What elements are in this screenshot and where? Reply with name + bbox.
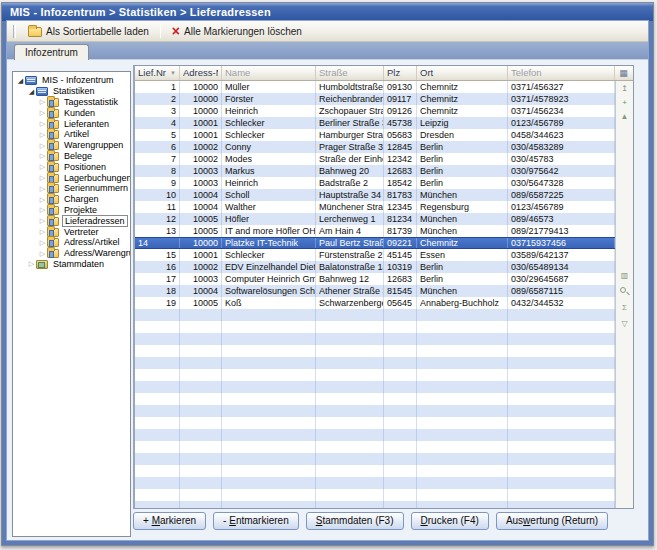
tree-item-label: Adress/Artikel xyxy=(62,237,122,247)
collapsed-arrow-icon[interactable]: ▷ xyxy=(38,173,47,182)
collapsed-arrow-icon[interactable]: ▷ xyxy=(38,108,47,117)
tree-item-tagesstatistik[interactable]: ▷Tagesstatistik xyxy=(13,97,130,108)
tab-infozentrum[interactable]: Infozentrum xyxy=(14,44,89,60)
collapsed-arrow-icon[interactable]: ▷ xyxy=(38,238,47,247)
side-strip[interactable]: ↥+▲▥Σ▽ xyxy=(615,81,633,508)
table-cell: Badstraße 2 xyxy=(316,177,384,189)
main-area: ◢MIS - Infozentrum◢Statistiken▷Tagesstat… xyxy=(7,60,648,540)
collapsed-arrow-icon[interactable]: ▷ xyxy=(38,195,47,204)
tree-item-lagerbuchungen[interactable]: ▷Lagerbuchungen xyxy=(13,172,130,183)
tree-item-mis-infozentrum[interactable]: ◢MIS - Infozentrum xyxy=(13,75,130,86)
table-row[interactable]: 810003MarkusBahnweg 2012683Berlin030/975… xyxy=(135,165,615,177)
table-row[interactable]: 1910005KoßSchwarzenberger Straße05645Ann… xyxy=(135,297,615,309)
auswertung-return--button[interactable]: Auswertung (Return) xyxy=(496,512,608,530)
header-cell-plz[interactable]: Plz xyxy=(384,66,417,80)
search-icon[interactable] xyxy=(620,287,626,293)
tree-item-artikel[interactable]: ▷Artikel xyxy=(13,129,130,140)
toolbar-button-als-sortiertabelle-laden[interactable]: Als Sortiertabelle laden xyxy=(22,23,155,40)
filter-icon[interactable]: ▽ xyxy=(616,319,633,328)
empty-row xyxy=(135,465,615,477)
header-cell-name[interactable]: Name xyxy=(222,66,316,80)
tree-item-warengruppen[interactable]: ▷Warengruppen xyxy=(13,140,130,151)
table-row[interactable]: 1010004SchollHauptstraße 3481783München0… xyxy=(135,189,615,201)
collapsed-arrow-icon[interactable]: ▷ xyxy=(38,205,47,214)
scroll-up-icon[interactable]: ▲ xyxy=(616,112,633,121)
table-cell xyxy=(135,321,180,333)
expanded-arrow-icon[interactable]: ◢ xyxy=(16,76,25,85)
collapsed-arrow-icon[interactable]: ▷ xyxy=(38,130,47,139)
tree-item-seriennummern[interactable]: ▷Seriennummern xyxy=(13,183,130,194)
table-row[interactable]: 1210005HöflerLerchenweg 181234München089… xyxy=(135,213,615,225)
table-row[interactable]: 410001SchleckerBerliner Straße 3445738Le… xyxy=(135,117,615,129)
table-cell xyxy=(180,489,222,501)
collapsed-arrow-icon[interactable]: ▷ xyxy=(38,216,47,225)
toolbar-grip-icon[interactable] xyxy=(13,25,16,38)
table-row[interactable]: 1810004Softwarelösungen Scholl GmbAthene… xyxy=(135,285,615,297)
table-row[interactable]: 210000FörsterReichenbranderstraße 309117… xyxy=(135,93,615,105)
tree-item-chargen[interactable]: ▷Chargen xyxy=(13,194,130,205)
table-row[interactable]: 1510001SchleckerFürstenstraße 2745145Ess… xyxy=(135,249,615,261)
table-cell xyxy=(135,405,180,417)
collapsed-arrow-icon[interactable]: ▷ xyxy=(38,97,47,106)
tree-item-belege[interactable]: ▷Belege xyxy=(13,151,130,162)
collapsed-arrow-icon[interactable]: ▷ xyxy=(38,141,47,150)
table-cell xyxy=(180,441,222,453)
table-row[interactable]: 1710003Computer Heinrich GmbHBahnweg 121… xyxy=(135,273,615,285)
collapsed-arrow-icon[interactable]: ▷ xyxy=(27,259,36,268)
header-cell-ort[interactable]: Ort xyxy=(417,66,508,80)
insert-row-icon[interactable]: + xyxy=(616,98,633,107)
tree-item-positionen[interactable]: ▷Positionen xyxy=(13,161,130,172)
table-row[interactable]: 1310005IT and more Höfler OHGAm Hain 481… xyxy=(135,225,615,237)
table-row[interactable]: 510001SchleckerHamburger Straße05683Dres… xyxy=(135,129,615,141)
collapsed-arrow-icon[interactable]: ▷ xyxy=(38,184,47,193)
table-row[interactable]: 910003HeinrichBadstraße 218542Berlin030/… xyxy=(135,177,615,189)
table-row[interactable]: 1110004WaltherMünchener Straße 2312345Re… xyxy=(135,201,615,213)
table-cell: Softwarelösungen Scholl Gmb xyxy=(222,285,316,297)
-entmarkieren-button[interactable]: - Entmarkieren xyxy=(213,512,299,530)
tree-item-vertreter[interactable]: ▷Vertreter xyxy=(13,226,130,237)
tree-item-adress-artikel[interactable]: ▷Adress/Artikel xyxy=(13,237,130,248)
table-cell: Bahnweg 20 xyxy=(316,165,384,177)
header-cell-straße[interactable]: Straße xyxy=(316,66,384,80)
table-cell: 089/6587225 xyxy=(508,189,615,201)
column-chooser-icon[interactable]: ▦ xyxy=(615,66,632,80)
table-row[interactable]: 1610002EDV Einzelhandel Dietsch GmbBalat… xyxy=(135,261,615,273)
tree-item-kunden[interactable]: ▷Kunden xyxy=(13,107,130,118)
drucken-f4--button[interactable]: Drucken (F4) xyxy=(411,512,489,530)
table-row[interactable]: 610002ConnyPrager Straße 3412845Berlin03… xyxy=(135,141,615,153)
-markieren-button[interactable]: + Markieren xyxy=(133,512,206,530)
tree-item-statistiken[interactable]: ◢Statistiken xyxy=(13,86,130,97)
tree-item-lieferadressen[interactable]: ▷Lieferadressen xyxy=(13,215,130,226)
stammdaten-f3--button[interactable]: Stammdaten (F3) xyxy=(306,512,404,530)
table-cell xyxy=(316,345,384,357)
header-cell-lief-nr[interactable]: Lief.Nr▼ xyxy=(135,66,180,80)
expanded-arrow-icon[interactable]: ◢ xyxy=(27,87,36,96)
tree-item-lieferanten[interactable]: ▷Lieferanten xyxy=(13,118,130,129)
card-view-icon[interactable]: ▥ xyxy=(616,271,633,280)
table-cell: Münchener Straße 23 xyxy=(316,201,384,213)
table-cell: Dresden xyxy=(417,129,508,141)
tree-item-projekte[interactable]: ▷Projekte xyxy=(13,205,130,216)
app-icon xyxy=(36,87,48,96)
header-cell-telefon[interactable]: Telefon xyxy=(508,66,615,80)
scroll-to-top-icon[interactable]: ↥ xyxy=(616,84,633,93)
table-row[interactable]: 710002ModesStraße der Einheit 3412342Ber… xyxy=(135,153,615,165)
sum-icon[interactable]: Σ xyxy=(616,303,633,312)
selected-row[interactable]: 1410000Platzke IT-TechnikPaul Bertz Stra… xyxy=(135,237,615,249)
collapsed-arrow-icon[interactable]: ▷ xyxy=(38,151,47,160)
collapsed-arrow-icon[interactable]: ▷ xyxy=(38,119,47,128)
table-cell: München xyxy=(417,285,508,297)
table-cell: 12683 xyxy=(384,273,417,285)
toolbar-button-alle-markierungen-löschen[interactable]: ×Alle Markierungen löschen xyxy=(166,23,308,40)
collapsed-arrow-icon[interactable]: ▷ xyxy=(38,162,47,171)
table-row[interactable]: 310000HeinrichZschopauer Straße 28009126… xyxy=(135,105,615,117)
collapsed-arrow-icon[interactable]: ▷ xyxy=(38,249,47,258)
empty-row xyxy=(135,381,615,393)
collapsed-arrow-icon[interactable]: ▷ xyxy=(38,227,47,236)
tree-item-stammdaten[interactable]: ▷Stammdaten xyxy=(13,259,130,270)
table-cell: 0371/456234 xyxy=(508,105,615,117)
header-cell-adress-nr-[interactable]: Adress-Nr. xyxy=(180,66,222,80)
table-row[interactable]: 110000MüllerHumboldtstraße 1009130Chemni… xyxy=(135,81,615,93)
tree-item-adress-warengruppen[interactable]: ▷Adress/Warengruppen xyxy=(13,248,130,259)
empty-row xyxy=(135,489,615,501)
